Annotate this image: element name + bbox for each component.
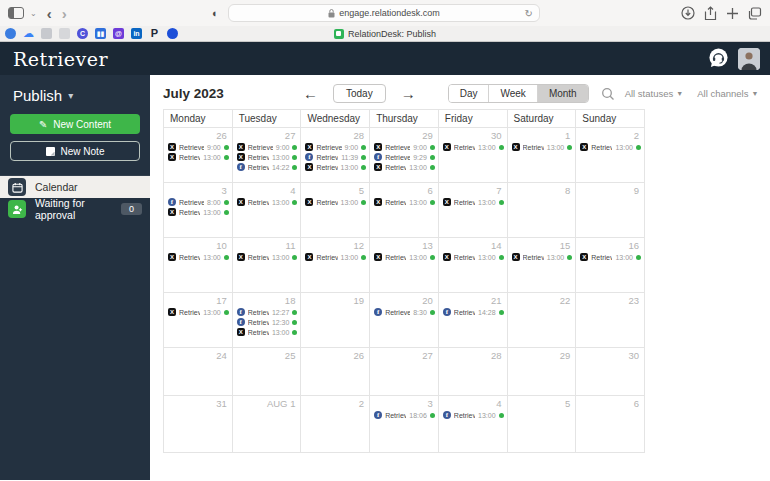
calendar-day-cell[interactable]: 29XRetriever ...9:00fRetriever ...9:29XR… (370, 128, 439, 183)
sidebar-item-waiting-approval[interactable]: Waiting for approval 0 (0, 198, 150, 220)
privacy-shield-icon[interactable]: ◐ (212, 7, 219, 19)
calendar-day-cell[interactable]: 26XRetriever ...9:00XRetriever ...13:00 (164, 128, 233, 183)
calendar-day-cell[interactable]: 3fRetriever ...8:00XRetriever ...13:00 (164, 183, 233, 238)
at-app-favicon[interactable]: @ (113, 28, 124, 39)
boards-app-favicon[interactable]: ▮▮ (95, 28, 106, 39)
blue-dot-favicon[interactable] (167, 28, 178, 39)
calendar-day-cell[interactable]: 9 (576, 183, 645, 238)
calendar-event[interactable]: XRetriever ...13:00 (439, 197, 507, 207)
view-month-button[interactable]: Month (537, 85, 588, 102)
calendar-event[interactable]: XRetriever ...9:00 (233, 142, 301, 152)
view-week-button[interactable]: Week (488, 85, 536, 102)
calendar-day-cell[interactable]: 12XRetriever ...13:00 (301, 238, 370, 293)
calendar-event[interactable]: XRetriever ...13:00 (370, 252, 438, 262)
calendar-event[interactable]: XRetriever ...13:00 (576, 252, 644, 262)
calendar-day-cell[interactable]: 5XRetriever ...13:00 (301, 183, 370, 238)
calendar-day-cell[interactable]: 10XRetriever ...13:00 (164, 238, 233, 293)
calendar-event[interactable]: XRetriever ...9:00 (370, 142, 438, 152)
today-button[interactable]: Today (333, 84, 386, 103)
calendar-event[interactable]: XRetriever ...13:00 (576, 142, 644, 152)
downloads-icon[interactable] (681, 6, 695, 20)
pinwheel-favicon[interactable] (5, 28, 16, 39)
calendar-day-cell[interactable]: 1XRetriever ...13:00 (508, 128, 577, 183)
address-bar[interactable]: engage.relationdesk.com ↻ (228, 4, 540, 22)
calendar-event[interactable]: XRetriever ...13:00 (439, 252, 507, 262)
calendar-event[interactable]: XRetriever ...13:00 (233, 252, 301, 262)
calendar-event[interactable]: XRetriever ...13:00 (301, 252, 369, 262)
calendar-event[interactable]: XRetriever ...13:00 (233, 152, 301, 162)
calendar-event[interactable]: XRetriever ...13:00 (233, 197, 301, 207)
calendar-day-cell[interactable]: 21fRetriever ...14:28 (439, 293, 508, 348)
calendar-event[interactable]: fRetriever ...14:22 (233, 162, 301, 172)
calendar-day-cell[interactable]: 24 (164, 348, 233, 396)
calendar-event[interactable]: fRetriever ...13:00 (439, 410, 507, 420)
calendar-event[interactable]: XRetriever ...13:00 (164, 152, 232, 162)
sidebar-toggle-icon[interactable] (8, 7, 24, 19)
calendar-day-cell[interactable]: 3fRetriever ...18:06 (370, 396, 439, 453)
calendar-event[interactable]: fRetriever ...12:30 (233, 317, 301, 327)
calendar-day-cell[interactable]: 29 (508, 348, 577, 396)
c-app-favicon[interactable]: C (77, 28, 88, 39)
calendar-day-cell[interactable]: 30XRetriever ...13:00 (439, 128, 508, 183)
calendar-event[interactable]: XRetriever ...13:00 (508, 252, 576, 262)
sidebar-item-calendar[interactable]: Calendar (0, 176, 150, 198)
view-day-button[interactable]: Day (449, 85, 489, 102)
calendar-day-cell[interactable]: 5 (508, 396, 577, 453)
calendar-day-cell[interactable]: 15XRetriever ...13:00 (508, 238, 577, 293)
calendar-day-cell[interactable]: 27 (370, 348, 439, 396)
calendar-event[interactable]: fRetriever ...9:29 (370, 152, 438, 162)
calendar-day-cell[interactable]: 19 (301, 293, 370, 348)
calendar-day-cell[interactable]: 6XRetriever ...13:00 (370, 183, 439, 238)
calendar-day-cell[interactable]: 25 (233, 348, 302, 396)
back-button[interactable]: ‹ (47, 6, 52, 21)
calendar-event[interactable]: fRetriever ...14:28 (439, 307, 507, 317)
calendar-day-cell[interactable]: 23 (576, 293, 645, 348)
calendar-event[interactable]: XRetriever ...9:00 (164, 142, 232, 152)
calendar-day-cell[interactable]: 4fRetriever ...13:00 (439, 396, 508, 453)
next-month-button[interactable]: → (401, 86, 416, 101)
channel-filter-dropdown[interactable]: All channels ▼ (697, 88, 758, 99)
calendar-event[interactable]: XRetriever ...13:00 (233, 327, 301, 337)
calendar-day-cell[interactable]: 7XRetriever ...13:00 (439, 183, 508, 238)
calendar-event[interactable]: fRetriever ...12:27 (233, 307, 301, 317)
new-note-button[interactable]: New Note (10, 141, 140, 161)
calendar-day-cell[interactable]: 8 (508, 183, 577, 238)
share-icon[interactable] (704, 6, 717, 21)
calendar-day-cell[interactable]: AUG 1 (233, 396, 302, 453)
calendar-event[interactable]: XRetriever ...13:00 (164, 252, 232, 262)
calendar-day-cell[interactable]: 28XRetriever ...9:00fRetriever ...11:39X… (301, 128, 370, 183)
calendar-day-cell[interactable]: 16XRetriever ...13:00 (576, 238, 645, 293)
calendar-event[interactable]: fRetriever ...8:00 (164, 197, 232, 207)
calendar-day-cell[interactable]: 2XRetriever ...13:00 (576, 128, 645, 183)
calendar-day-cell[interactable]: 18fRetriever ...12:27fRetriever ...12:30… (233, 293, 302, 348)
calendar-day-cell[interactable]: 27XRetriever ...9:00XRetriever ...13:00f… (233, 128, 302, 183)
calendar-event[interactable]: XRetriever ...13:00 (370, 197, 438, 207)
clock-app-favicon[interactable] (41, 28, 52, 39)
linkedin-favicon[interactable]: in (131, 28, 142, 39)
p-letter-favicon[interactable]: P (149, 28, 160, 39)
prev-month-button[interactable]: ← (303, 86, 318, 101)
calendar-day-cell[interactable]: 28 (439, 348, 508, 396)
calendar-event[interactable]: fRetriever ...18:06 (370, 410, 438, 420)
calendar-event[interactable]: XRetriever ...13:00 (164, 207, 232, 217)
support-headset-icon[interactable] (708, 48, 729, 69)
calendar-day-cell[interactable]: 31 (164, 396, 233, 453)
calendar-event[interactable]: fRetriever ...11:39 (301, 152, 369, 162)
calendar-day-cell[interactable]: 20fRetriever ...8:30 (370, 293, 439, 348)
calendar-event[interactable]: XRetriever ...13:00 (301, 162, 369, 172)
calendar-day-cell[interactable]: 2 (301, 396, 370, 453)
status-filter-dropdown[interactable]: All statuses ▼ (625, 88, 684, 99)
calendar-day-cell[interactable]: 4XRetriever ...13:00 (233, 183, 302, 238)
calendar-event[interactable]: XRetriever ...13:00 (370, 162, 438, 172)
calendar-day-cell[interactable]: 17XRetriever ...13:00 (164, 293, 233, 348)
calendar-event[interactable]: XRetriever ...9:00 (301, 142, 369, 152)
calendar-day-cell[interactable]: 26 (301, 348, 370, 396)
cloud-favicon[interactable]: ☁ (23, 28, 34, 39)
calendar-day-cell[interactable]: 11XRetriever ...13:00 (233, 238, 302, 293)
calendar-event[interactable]: XRetriever ...13:00 (508, 142, 576, 152)
calendar-event[interactable]: XRetriever ...13:00 (164, 307, 232, 317)
user-avatar[interactable] (738, 48, 760, 70)
active-tab[interactable]: RelationDesk: Publish (334, 29, 436, 39)
search-button[interactable] (601, 87, 615, 101)
forward-button[interactable]: › (62, 6, 67, 21)
